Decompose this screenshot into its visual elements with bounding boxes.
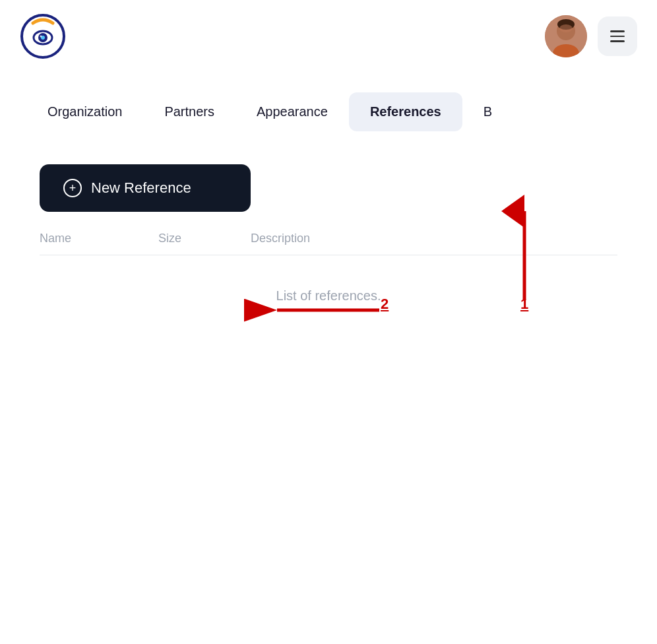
table-headers: Name Size Description — [40, 212, 617, 255]
col-size: Size — [158, 232, 211, 245]
svg-point-4 — [40, 36, 42, 38]
menu-icon-line-2 — [610, 36, 625, 38]
header — [0, 0, 657, 73]
annotation-label-1: 1 — [520, 296, 528, 313]
annotation-label-2: 2 — [381, 296, 389, 313]
tab-partners[interactable]: Partners — [143, 92, 235, 131]
tab-references[interactable]: References — [349, 92, 462, 131]
plus-icon — [63, 179, 82, 197]
app-logo — [20, 13, 66, 59]
avatar — [545, 15, 587, 57]
col-description: Description — [251, 232, 356, 245]
tab-b[interactable]: B — [462, 92, 513, 131]
tab-appearance[interactable]: Appearance — [235, 92, 349, 131]
menu-icon-line-1 — [610, 30, 625, 32]
svg-point-9 — [559, 24, 573, 32]
empty-list-text: List of references. — [40, 288, 617, 304]
main-content: New Reference Name Size Description List… — [0, 131, 657, 304]
new-reference-button[interactable]: New Reference — [40, 164, 251, 212]
logo-container — [20, 13, 66, 59]
menu-icon-line-3 — [610, 40, 625, 42]
menu-button[interactable] — [598, 16, 637, 56]
col-name: Name — [40, 232, 119, 245]
header-right — [545, 15, 637, 57]
table-divider — [40, 255, 617, 255]
new-reference-label: New Reference — [91, 179, 191, 197]
tab-organization[interactable]: Organization — [26, 92, 143, 131]
nav-tabs: Organization Partners Appearance Referen… — [0, 73, 657, 131]
